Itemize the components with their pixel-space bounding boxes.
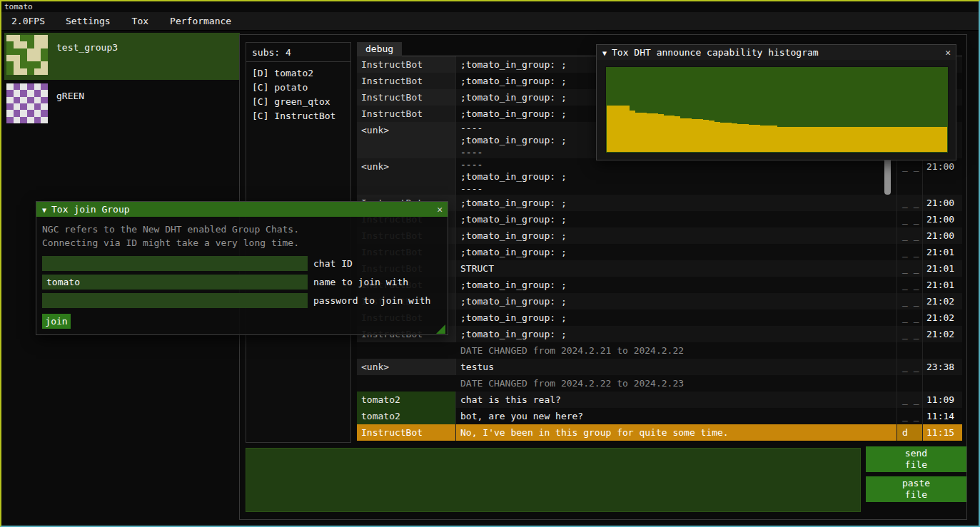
histogram-titlebar[interactable]: ▼Tox DHT announce capability histogram ✕ — [597, 45, 956, 60]
avatar-pixel — [20, 90, 27, 96]
histogram-bar — [675, 116, 680, 152]
avatar-pixel — [41, 41, 48, 48]
chat-row-message: ;tomato_in_group: ; — [455, 195, 896, 211]
collapse-arrow-icon[interactable]: ▼ — [42, 206, 46, 214]
histogram-bar — [618, 106, 624, 152]
join-button[interactable]: join — [42, 314, 71, 329]
chat-row-author: <unk> — [357, 158, 455, 195]
tab-debug[interactable]: debug — [357, 42, 402, 56]
avatar-pixel — [27, 117, 34, 123]
chat-row[interactable]: DATE CHANGED from 2024.2.22 to 2024.2.23 — [357, 375, 962, 392]
group-row-test_group3[interactable]: test_group3 — [4, 33, 240, 80]
join-titlebar[interactable]: ▼Tox join Group ✕ — [36, 202, 448, 217]
collapse-arrow-icon[interactable]: ▼ — [602, 49, 607, 57]
histogram-bar — [851, 127, 857, 152]
avatar-pixel — [20, 55, 27, 61]
histogram-bar — [811, 127, 817, 152]
avatar-pixel — [41, 35, 48, 41]
chat-row[interactable]: <unk>testus_ _23:38 — [357, 359, 962, 375]
group-row-gREEN[interactable]: gREEN — [4, 81, 240, 128]
message-input[interactable] — [246, 448, 861, 512]
join-input-name-to-join-with[interactable] — [42, 275, 308, 290]
avatar-pixel — [20, 103, 27, 110]
join-input-password-to-join-with[interactable] — [42, 293, 308, 308]
send-file-button[interactable]: send file — [866, 446, 966, 472]
subscriber-item[interactable]: [C] green_qtox — [252, 95, 345, 109]
histogram-bar — [703, 120, 709, 152]
histogram-bar — [839, 127, 845, 152]
avatar-pixel — [20, 48, 27, 55]
chat-row-message: ;tomato_in_group: ; — [455, 277, 896, 293]
histogram-bar — [635, 113, 641, 152]
histogram-bar — [754, 125, 760, 152]
histogram-plot[interactable] — [605, 66, 949, 153]
chat-row-author: InstructBot — [357, 106, 455, 122]
histogram-bar — [777, 127, 783, 152]
chat-row-author: tomato2 — [357, 408, 455, 424]
avatar-pixel — [20, 41, 27, 48]
histogram-title: Tox DHT announce capability histogram — [612, 47, 819, 58]
avatar-pixel — [14, 68, 21, 75]
chat-row-author: <unk> — [357, 359, 455, 375]
avatar-pixel — [27, 41, 34, 48]
subscriber-item[interactable]: [C] InstructBot — [252, 109, 345, 123]
chat-row[interactable]: InstructBotNo, I've been in this group f… — [357, 424, 962, 441]
resize-grip-icon[interactable] — [436, 324, 445, 334]
histogram-bar — [936, 127, 941, 152]
histogram-bar — [805, 127, 811, 152]
avatar-pixel — [20, 68, 27, 75]
avatar-pixel — [14, 55, 21, 61]
subscriber-item[interactable]: [D] tomato2 — [252, 66, 345, 81]
chat-row-flags: _ _ — [896, 158, 922, 195]
menu-item-tox[interactable]: Tox — [121, 12, 159, 30]
paste-file-button[interactable]: paste file — [866, 476, 966, 502]
chat-row-time — [922, 375, 962, 392]
avatar-pixel — [34, 61, 41, 68]
join-group-window: ▼Tox join Group ✕ NGC refers to the New … — [36, 201, 448, 335]
avatar-pixel — [34, 68, 41, 75]
join-input-chat-ID[interactable] — [42, 256, 308, 271]
chat-row[interactable]: <unk>---- ;tomato_in_group: ; ----_ _21:… — [357, 158, 962, 195]
chat-row-time: 23:38 — [922, 359, 962, 375]
chat-row-flags: d — [896, 424, 922, 441]
chat-row-message: ;tomato_in_group: ; — [455, 326, 896, 342]
avatar-pixel — [14, 35, 21, 41]
avatar-pixel — [20, 97, 27, 103]
subscriber-item[interactable]: [C] potato — [252, 81, 345, 95]
chat-row-time: 21:01 — [922, 260, 962, 277]
avatar-pixel — [27, 48, 34, 55]
chat-row-author: tomato2 — [357, 392, 455, 408]
avatar-pixel — [14, 117, 21, 123]
histogram-bar — [732, 123, 737, 152]
histogram-bar — [783, 127, 789, 152]
avatar-pixel — [27, 55, 34, 61]
histogram-bar — [799, 127, 805, 152]
join-field-label: chat ID — [313, 258, 353, 269]
chat-row-flags: _ _ — [896, 227, 922, 244]
histogram-bar — [686, 118, 692, 152]
chat-row-time — [922, 342, 962, 359]
window-titlebar[interactable]: tomato — [1, 1, 979, 12]
menu-item-settings[interactable]: Settings — [55, 12, 121, 30]
avatar-pixel — [41, 61, 48, 68]
histogram-bar — [714, 122, 720, 152]
join-close-icon[interactable]: ✕ — [437, 202, 443, 217]
menu-item-performance[interactable]: Performance — [159, 12, 242, 30]
group-list: test_group3gREEN — [4, 31, 240, 130]
histogram-bar — [941, 127, 947, 152]
chat-row-flags — [896, 375, 922, 392]
chat-row-author: InstructBot — [357, 89, 455, 106]
avatar-pixel — [34, 35, 41, 41]
chat-row-message: STRUCT — [455, 260, 896, 277]
chat-row[interactable]: tomato2bot, are you new here?_ _11:14 — [357, 408, 962, 424]
chat-row-time: 21:02 — [922, 309, 962, 326]
avatar-pixel — [27, 97, 34, 103]
chat-row[interactable]: tomato2chat is this real?_ _11:09 — [357, 392, 962, 408]
fps-counter: 2.0FPS — [1, 12, 55, 30]
chat-row[interactable]: DATE CHANGED from 2024.2.21 to 2024.2.22 — [357, 342, 962, 359]
avatar-pixel — [20, 83, 27, 90]
histogram-bar — [760, 126, 766, 152]
histogram-close-icon[interactable]: ✕ — [945, 45, 951, 60]
histogram-bar — [828, 127, 834, 152]
histogram-bar — [919, 127, 924, 152]
